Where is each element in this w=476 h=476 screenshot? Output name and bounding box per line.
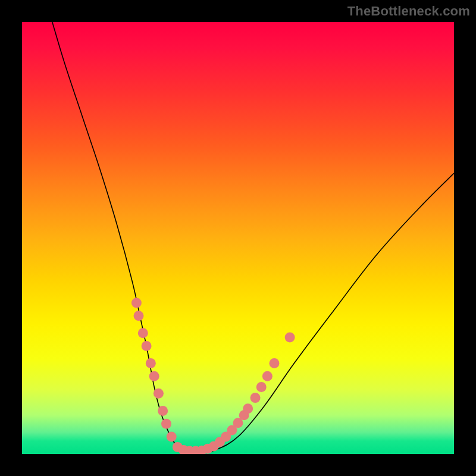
highlight-dot xyxy=(262,371,273,381)
highlight-dot xyxy=(149,371,159,381)
highlight-dot xyxy=(154,389,164,399)
highlight-dot xyxy=(167,431,177,441)
plot-area xyxy=(22,22,454,454)
highlight-dot xyxy=(134,311,144,321)
chart-svg xyxy=(22,22,454,454)
highlight-dot xyxy=(256,382,267,392)
highlight-dot xyxy=(250,393,261,403)
watermark-text: TheBottleneck.com xyxy=(347,4,470,19)
highlight-dot xyxy=(285,332,295,342)
highlight-dot xyxy=(142,341,152,351)
highlight-dot xyxy=(269,358,279,368)
highlight-dot xyxy=(158,406,168,416)
chart-root: TheBottleneck.com xyxy=(0,0,476,476)
highlight-dot xyxy=(243,403,253,414)
highlight-dot xyxy=(161,419,171,429)
highlight-dot xyxy=(138,328,148,338)
highlight-dots-group xyxy=(131,298,295,454)
bottleneck-curve xyxy=(52,22,454,452)
highlight-dot xyxy=(131,298,142,308)
highlight-dot xyxy=(146,358,156,368)
